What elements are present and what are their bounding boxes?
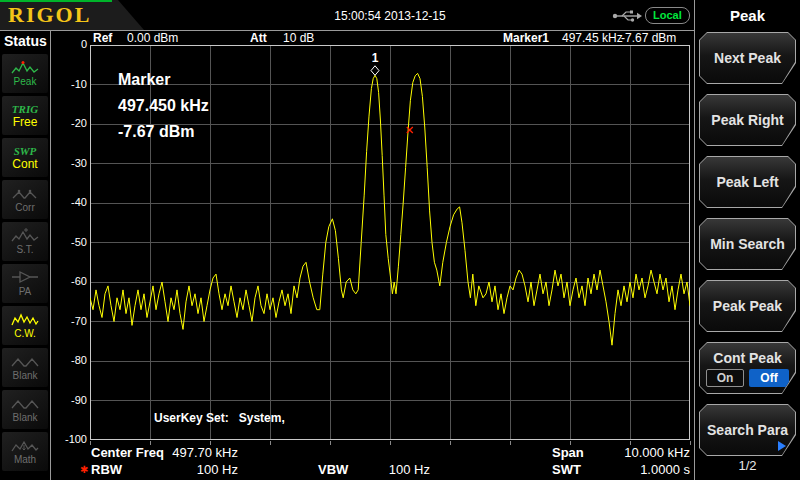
status-item-pa: PA	[2, 264, 48, 303]
marker-readout-frequency: 497.450 kHz	[118, 97, 209, 115]
submenu-arrow-icon	[778, 441, 786, 451]
status-item-label: PA	[19, 286, 32, 297]
marker1-amplitude: -7.67 dBm	[621, 31, 676, 45]
softkey-menu: Peak Next Peak Peak Right Peak Left Min …	[695, 0, 800, 480]
status-item-label: C.W.	[14, 328, 36, 339]
rbw-value: 100 Hz	[150, 462, 238, 477]
marker1-frequency: 497.45 kHz	[562, 31, 623, 45]
marker1-number-label: 1	[372, 51, 379, 65]
peak-wave-icon	[11, 60, 39, 75]
softkey-list: Next Peak Peak Right Peak Left Min Searc…	[699, 32, 796, 466]
swt-label: SWT	[552, 462, 581, 477]
attenuation-value: 10 dB	[283, 31, 314, 45]
status-item-st: S.T.	[2, 222, 48, 261]
x-axis-tick	[330, 441, 331, 445]
top-info-row: Ref 0.00 dBm Att 10 dB Marker1 497.45 kH…	[0, 31, 694, 45]
status-panel: Status Peak TRIG Free SWP Cont	[0, 31, 50, 480]
trigger-mode-label: TRIG	[12, 103, 38, 115]
marker1-diamond-icon	[371, 66, 379, 76]
y-axis-tick-label: -20	[53, 117, 87, 129]
x-axis-tick	[270, 441, 271, 445]
status-list: Peak TRIG Free SWP Cont Corr	[2, 54, 48, 474]
min-search-button[interactable]: Min Search	[699, 218, 796, 270]
span-label: Span	[552, 445, 584, 460]
rbw-label: RBW	[91, 462, 122, 477]
local-badge: Local	[645, 7, 690, 24]
marker1-label: Marker1	[503, 31, 549, 45]
status-item-blank1: Blank	[2, 348, 48, 387]
trigger-value-label: Free	[13, 116, 38, 129]
cont-peak-toggle: On Off	[706, 369, 789, 387]
marker-readout: Marker 497.450 kHz -7.67 dBm	[118, 71, 209, 149]
marker-readout-amplitude: -7.67 dBm	[118, 123, 209, 141]
y-axis-tick-label: -50	[53, 236, 87, 248]
plot-area: 1 Marker 497.450 kHz -7.67 dBm UserKey S…	[90, 45, 690, 440]
menu-title: Peak	[695, 7, 800, 24]
softkey-label: Next Peak	[714, 50, 781, 66]
status-item-label: S.T.	[16, 244, 33, 255]
swt-value: 1.0000 s	[598, 462, 690, 477]
peak-left-button[interactable]: Peak Left	[699, 156, 796, 208]
rigol-logo-block: RIGOL	[0, 0, 150, 30]
attenuation-label: Att	[250, 31, 267, 45]
spectrum-analyzer-screen: RIGOL 15:00:54 2013-12-15 Local Status P…	[0, 0, 800, 480]
status-item-label: Peak	[14, 76, 37, 87]
span-value: 10.000 kHz	[598, 445, 690, 460]
status-item-peak: Peak	[2, 54, 48, 93]
usb-icon	[612, 9, 644, 23]
sweep-mode-label: SWP	[14, 145, 37, 157]
status-item-cw: C.W.	[2, 306, 48, 345]
blank-wave-icon	[11, 396, 39, 411]
softkey-label: Search Para	[707, 422, 788, 438]
bottom-bar: Center Freq 497.70 kHz Span 10.000 kHz ✱…	[0, 441, 694, 480]
marker-readout-title: Marker	[118, 71, 209, 89]
softkey-label: Min Search	[710, 236, 785, 252]
menu-page-indicator: 1/2	[695, 458, 800, 473]
top-bar: RIGOL 15:00:54 2013-12-15 Local	[0, 0, 694, 31]
peak-right-button[interactable]: Peak Right	[699, 94, 796, 146]
status-item-corr: Corr	[2, 180, 48, 219]
status-item-blank2: Blank	[2, 390, 48, 429]
status-item-trigger: TRIG Free	[2, 96, 48, 135]
softkey-label: Peak Right	[711, 112, 783, 128]
y-axis-tick-label: -80	[53, 354, 87, 366]
y-axis-tick-label: -90	[53, 394, 87, 406]
cont-peak-off-option[interactable]: Off	[749, 369, 789, 387]
uncal-asterisk: ✱	[80, 464, 88, 475]
softkey-label: Peak Left	[716, 174, 778, 190]
ref-level-label: Ref	[93, 31, 112, 45]
vbw-value: 100 Hz	[342, 462, 430, 477]
y-axis-tick-label: -10	[53, 78, 87, 90]
search-para-button[interactable]: Search Para	[699, 404, 796, 456]
st-wave-icon	[11, 228, 39, 243]
x-axis-tick	[690, 441, 691, 445]
status-item-label: Blank	[12, 412, 37, 423]
y-axis-labels: 0-10-20-30-40-50-60-70-80-90-100	[51, 30, 89, 460]
peak-peak-button[interactable]: Peak Peak	[699, 280, 796, 332]
userkey-message: UserKey Set: System,	[154, 411, 285, 425]
status-item-label: Blank	[12, 370, 37, 381]
preamp-icon	[11, 270, 39, 285]
corr-wave-icon	[11, 186, 39, 201]
cont-peak-on-option[interactable]: On	[706, 369, 744, 387]
softkey-label: Cont Peak	[713, 350, 781, 366]
y-axis-tick-label: -60	[53, 275, 87, 287]
x-axis-tick	[510, 441, 511, 445]
ref-level-value: 0.00 dBm	[127, 31, 178, 45]
x-axis-tick	[390, 441, 391, 445]
cont-peak-button[interactable]: Cont Peak On Off	[699, 342, 796, 394]
next-peak-button[interactable]: Next Peak	[699, 32, 796, 84]
rigol-logo: RIGOL	[8, 2, 91, 28]
y-axis-tick-label: -70	[53, 315, 87, 327]
blank-wave-icon	[11, 354, 39, 369]
sweep-value-label: Cont	[12, 158, 37, 171]
x-axis-tick	[450, 441, 451, 445]
status-item-label: Corr	[15, 202, 34, 213]
y-axis-tick-label: -40	[53, 196, 87, 208]
y-axis-tick-label: -30	[53, 157, 87, 169]
center-freq-value: 497.70 kHz	[150, 445, 238, 460]
cw-wave-icon	[11, 312, 39, 327]
timestamp: 15:00:54 2013-12-15	[320, 9, 460, 23]
status-item-sweep: SWP Cont	[2, 138, 48, 177]
softkey-label: Peak Peak	[713, 298, 782, 314]
